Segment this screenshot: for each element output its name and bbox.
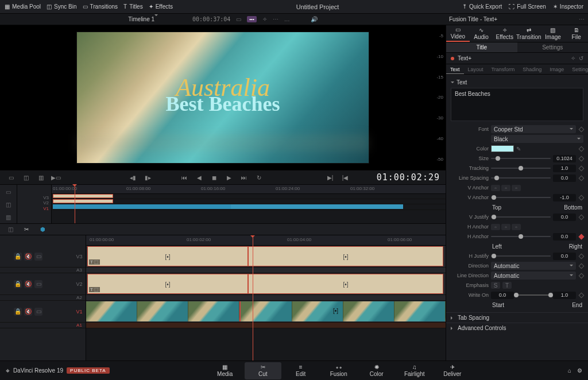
track-tool-b-icon[interactable]: ◫ [3,200,14,209]
anchor-opt-icon[interactable]: ▫ [512,224,521,230]
eyedropper-icon[interactable]: ✎ [516,146,521,152]
anchor-opt-icon[interactable]: ▫ [512,185,521,191]
keyframe-icon[interactable] [579,234,585,239]
subtab-layout[interactable]: Layout [464,64,488,74]
track-header-v2[interactable]: 🔒🔇▭ V2 [0,273,86,295]
mute-icon[interactable]: 🔇 [24,253,32,261]
record-icon[interactable]: ▭ [34,253,42,261]
track-tool-a-icon[interactable]: ▭ [3,187,14,196]
size-slider[interactable] [491,158,551,159]
mute-icon[interactable]: 🔇 [24,280,32,288]
scissors-icon[interactable]: ✂ [21,225,32,234]
anchor-opt-icon[interactable]: ▫ [491,224,500,230]
keyframe-icon[interactable] [579,253,585,259]
tool-c-icon[interactable]: ▥ [36,172,46,183]
titles-btn[interactable]: TTitles [123,3,143,10]
record-icon[interactable]: ▭ [34,308,42,316]
size-value[interactable]: 0.1024 [553,155,576,162]
vanchor-value[interactable]: -1.0 [553,194,576,201]
keyframe-icon[interactable] [579,156,585,161]
emphasis-strike-icon[interactable]: S [491,282,500,289]
full-screen-btn[interactable]: ⛶Full Screen [509,3,546,10]
lock-icon[interactable]: 🔒 [14,253,22,261]
section-text[interactable]: Text [451,77,583,88]
upper-timeline-body[interactable]: 01:00:00:00 01:00:08:00 01:00:16:00 01:0… [52,185,446,223]
vjust-slider[interactable] [491,216,551,218]
keyframe-icon[interactable] [579,292,585,298]
track-v2[interactable]: [•]T ⬚ [•] [86,273,446,295]
go-start-icon[interactable]: ⏮ [179,172,189,183]
subtab-shading[interactable]: Shading [519,64,546,74]
inspector-tab-audio[interactable]: ∿Audio [470,25,493,42]
linedir-dropdown[interactable]: Automatic [491,272,576,280]
section-advanced[interactable]: Advanced Controls [446,323,588,333]
anchor-opt-icon[interactable]: ▫ [501,224,510,230]
viewer-timecode[interactable]: 00:00:37:04 [192,16,230,22]
track-v3[interactable]: [•]T ⬚ [•] [86,246,446,267]
anchor-opt-icon[interactable]: ▫ [491,185,500,191]
linespacing-slider[interactable] [491,177,551,179]
font-style-dropdown[interactable]: Black [491,135,583,143]
track-tool-c-icon[interactable]: ▥ [3,212,14,222]
text-input[interactable]: Best Beaches [451,88,583,121]
mark-out-icon[interactable]: |◀ [340,172,350,183]
jog-back-icon[interactable]: ◂▮ [127,172,138,183]
direction-dropdown[interactable]: Automatic [491,262,576,270]
track-header-v3[interactable]: 🔒🔇▭ V3 [0,246,86,267]
wand-icon[interactable]: ✧ [571,55,575,61]
keyframe-icon[interactable] [579,273,585,278]
linespacing-value[interactable]: 0.0 [553,175,576,182]
wand-icon[interactable]: ✧ [262,16,267,22]
tool-b-icon[interactable]: ◫ [21,172,31,183]
loop-icon[interactable]: ↻ [254,172,264,183]
subtab-text[interactable]: Text [446,64,464,74]
page-deliver[interactable]: ✈Deliver [434,362,471,379]
keyframe-icon[interactable] [579,146,585,152]
play-icon[interactable]: ▶ [224,172,234,183]
subtab-image[interactable]: Image [546,64,568,74]
seg-title[interactable]: Title [446,42,517,52]
record-icon[interactable]: ▭ [34,280,42,288]
inspector-more-icon[interactable]: ⋯ [579,16,585,22]
tool-a-icon[interactable]: ▭ [6,172,16,183]
lock-icon[interactable]: 🔒 [14,308,22,316]
page-color[interactable]: ✺Color [358,362,395,379]
writeon-start[interactable]: 0.0 [491,292,514,299]
hanchor-value[interactable]: 0.0 [553,233,576,241]
inspector-btn[interactable]: ✶Inspector [553,3,583,10]
page-fairlight[interactable]: ♫Fairlight [396,362,433,379]
inspector-tab-transition[interactable]: ⇄Transition [516,25,541,42]
step-back-icon[interactable]: ◀ [194,172,204,183]
keyframe-icon[interactable] [579,195,585,200]
preview-canvas[interactable]: Australia Best Beaches [76,32,369,164]
upper-playhead[interactable] [75,185,75,223]
monitor-icon[interactable]: ▭ [236,16,241,22]
subtab-transform[interactable]: Transform [488,64,519,74]
home-icon[interactable]: ⌂ [568,367,571,374]
inspector-tab-file[interactable]: 🗎File [564,25,588,42]
main-timecode[interactable]: 01:00:02:29 [377,172,440,183]
view-a-icon[interactable]: ◫ [5,225,16,234]
hjust-value[interactable]: 0.0 [553,253,576,260]
effects-btn[interactable]: ✦Effects [149,3,173,10]
emphasis-underline-icon[interactable]: T [502,282,512,289]
page-cut[interactable]: ✂Cut [245,362,281,379]
lower-playhead[interactable] [253,235,253,360]
enable-dot-icon[interactable] [451,57,454,60]
inspector-tab-image[interactable]: ▧Image [541,25,565,42]
anchor-opt-icon[interactable]: ▫ [501,185,510,191]
quick-export-btn[interactable]: ⤒Quick Export [462,3,502,10]
page-media[interactable]: ▦Media [207,362,243,379]
subtab-settings[interactable]: Settings [568,64,588,74]
tool-d-icon[interactable]: ▶▭ [51,172,61,183]
hjust-slider[interactable] [491,255,551,257]
media-pool-btn[interactable]: ▦Media Pool [5,3,41,10]
lower-timeline-body[interactable]: 01:00:00:00 01:00:02:00 01:00:04:00 01:0… [86,235,446,360]
keyframe-icon[interactable] [579,165,585,171]
mark-in-icon[interactable]: ▶| [325,172,335,183]
keyframe-icon[interactable] [579,214,585,220]
stop-icon[interactable]: ◼ [209,172,219,183]
tracking-value[interactable]: 1.0 [553,165,576,172]
hdr-badge[interactable]: ••• [247,16,256,22]
jog-fwd-icon[interactable]: ▮▸ [142,172,153,183]
